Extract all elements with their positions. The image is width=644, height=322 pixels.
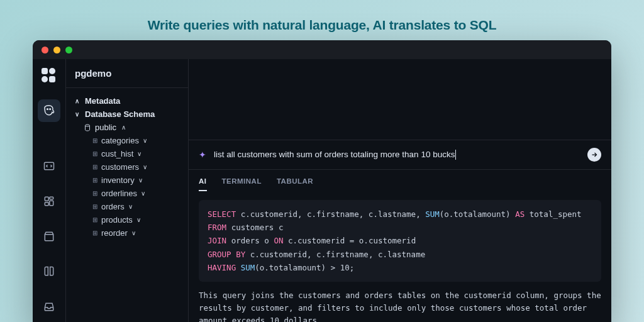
- database-title: pgdemo: [66, 68, 188, 88]
- result-tabs: AI TERMINAL TABULAR: [189, 170, 611, 191]
- tab-tabular[interactable]: TABULAR: [277, 177, 313, 191]
- chevron-up-icon: ∧: [121, 124, 128, 131]
- chevron-down-icon: ∨: [131, 230, 138, 236]
- chevron-down-icon: ∨: [143, 164, 149, 170]
- table-icon: ⊞: [92, 150, 97, 157]
- titlebar: [33, 40, 611, 59]
- svg-rect-3: [45, 197, 48, 201]
- chevron-down-icon: ∨: [138, 177, 145, 184]
- app-logo-icon: [42, 68, 57, 83]
- tree-table-inventory[interactable]: ⊞ inventory ∨: [75, 174, 182, 187]
- svg-rect-2: [45, 162, 54, 170]
- table-icon: ⊞: [92, 203, 97, 210]
- svg-rect-5: [50, 201, 53, 206]
- prompt-input[interactable]: list all customers with sum of orders to…: [214, 150, 580, 160]
- tree-schema[interactable]: ∨Database Schema: [75, 108, 182, 121]
- tree-table-orders[interactable]: ⊞ orders ∨: [75, 200, 182, 213]
- headline: Write queries with natural language, AI …: [0, 4, 644, 40]
- table-icon: ⊞: [92, 216, 97, 223]
- svg-rect-4: [50, 197, 53, 199]
- database-icon[interactable]: [38, 99, 60, 122]
- chevron-down-icon: ∨: [128, 203, 135, 210]
- chevron-down-icon: ∨: [75, 111, 81, 118]
- icon-sidebar: [33, 59, 65, 322]
- minimize-window-icon[interactable]: [53, 47, 60, 53]
- main-content: ✦ list all customers with sum of orders …: [189, 59, 611, 322]
- tree-schema-public[interactable]: public∧: [75, 121, 182, 134]
- close-window-icon[interactable]: [42, 47, 48, 53]
- table-icon: ⊞: [92, 164, 97, 170]
- tab-ai[interactable]: AI: [199, 177, 207, 191]
- sparkle-icon: ✦: [199, 150, 206, 160]
- chevron-down-icon: ∨: [137, 150, 143, 157]
- database-cylinder-icon: [84, 124, 91, 131]
- table-icon: ⊞: [92, 177, 97, 184]
- chevron-down-icon: ∨: [143, 137, 149, 144]
- schema-sidebar: pgdemo ∧Metadata ∨Database Schema public…: [65, 59, 189, 322]
- editor-empty-area: [189, 59, 611, 140]
- tree-table-products[interactable]: ⊞ products ∨: [75, 213, 182, 226]
- code-icon[interactable]: [38, 155, 60, 177]
- chevron-down-icon: ∨: [141, 190, 147, 197]
- tab-terminal[interactable]: TERMINAL: [222, 177, 262, 191]
- tree-table-orderlines[interactable]: ⊞ orderlines ∨: [75, 187, 182, 200]
- maximize-window-icon[interactable]: [65, 47, 72, 53]
- app-window: pgdemo ∧Metadata ∨Database Schema public…: [33, 40, 611, 322]
- tree-table-customers[interactable]: ⊞ customers ∨: [75, 160, 182, 174]
- table-icon: ⊞: [92, 230, 97, 236]
- table-icon: ⊞: [92, 137, 97, 144]
- tree-table-cust_hist[interactable]: ⊞ cust_hist ∨: [75, 147, 182, 160]
- tree-table-reorder[interactable]: ⊞ reorder ∨: [75, 226, 182, 240]
- explanation-text: This query joins the customers and order…: [199, 289, 601, 322]
- table-icon: ⊞: [92, 190, 97, 197]
- svg-point-1: [50, 109, 51, 110]
- svg-point-0: [47, 109, 48, 110]
- tree-metadata[interactable]: ∧Metadata: [75, 94, 182, 108]
- archive-icon[interactable]: [38, 225, 60, 248]
- tree-table-categories[interactable]: ⊞ categories ∨: [75, 134, 182, 147]
- run-button[interactable]: [587, 148, 601, 162]
- chevron-up-icon: ∧: [75, 97, 81, 104]
- dashboard-icon[interactable]: [38, 190, 60, 213]
- sql-code-block: SELECT c.customerid, c.firstname, c.last…: [199, 200, 601, 282]
- svg-rect-6: [45, 203, 48, 206]
- book-icon[interactable]: [38, 260, 60, 283]
- prompt-row: ✦ list all customers with sum of orders …: [189, 140, 611, 170]
- inbox-icon[interactable]: [38, 296, 60, 318]
- svg-point-7: [86, 125, 90, 126]
- chevron-down-icon: ∨: [136, 216, 143, 223]
